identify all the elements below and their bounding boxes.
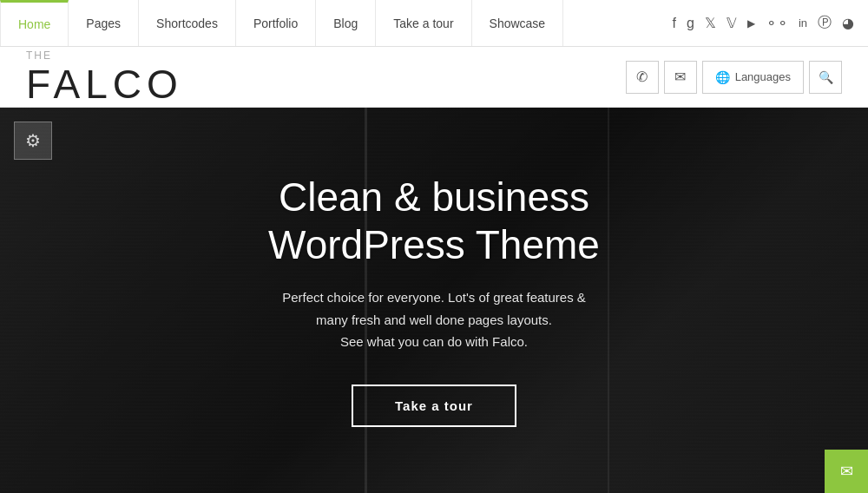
nav-item-shortcodes[interactable]: Shortcodes	[139, 0, 236, 46]
search-button[interactable]: 🔍	[809, 61, 842, 94]
email-icon: ✉	[674, 69, 686, 85]
nav-item-pages[interactable]: Pages	[69, 0, 139, 46]
vimeo-icon[interactable]: 𝕍	[727, 15, 737, 31]
logo-falco: FALCO	[26, 64, 183, 104]
hero-title-line1: Clean & business	[279, 174, 589, 220]
languages-button[interactable]: 🌐 Languages	[702, 61, 804, 94]
pinterest-icon[interactable]: Ⓟ	[818, 14, 832, 32]
search-icon: 🔍	[819, 70, 833, 84]
google-icon[interactable]: g	[687, 16, 694, 31]
logo-the: THE	[26, 50, 183, 61]
nav-item-take-a-tour[interactable]: Take a tour	[376, 0, 471, 46]
facebook-icon[interactable]: f	[673, 16, 676, 31]
nav-item-showcase[interactable]: Showcase	[472, 0, 564, 46]
take-a-tour-button[interactable]: Take a tour	[352, 385, 516, 427]
twitter-icon[interactable]: 𝕏	[705, 15, 716, 31]
nav-item-portfolio[interactable]: Portfolio	[236, 0, 316, 46]
phone-icon: ✆	[636, 69, 648, 85]
flickr-icon[interactable]: ⚬⚬	[766, 15, 788, 31]
nav-links: Home Pages Shortcodes Portfolio Blog Tak…	[0, 0, 563, 46]
hero-content: Clean & business WordPress Theme Perfect…	[251, 174, 617, 427]
phone-button[interactable]: ✆	[626, 61, 659, 94]
hero-subtitle: Perfect choice for everyone. Lot's of gr…	[268, 286, 600, 353]
languages-label: Languages	[735, 70, 791, 83]
youtube-icon[interactable]: ▶	[747, 17, 755, 30]
hero-settings-button[interactable]: ⚙	[14, 122, 52, 160]
header-actions: ✆ ✉ 🌐 Languages 🔍	[626, 61, 842, 94]
main-nav: Home Pages Shortcodes Portfolio Blog Tak…	[0, 0, 868, 47]
hero-email-icon: ✉	[840, 462, 853, 481]
hero-email-button[interactable]: ✉	[825, 450, 868, 493]
email-button[interactable]: ✉	[664, 61, 697, 94]
logo: THE FALCO	[26, 50, 183, 104]
gear-icon: ⚙	[25, 130, 41, 151]
hero-section: ⚙ Clean & business WordPress Theme Perfe…	[0, 108, 868, 493]
nav-item-home[interactable]: Home	[0, 0, 69, 46]
nav-item-blog[interactable]: Blog	[316, 0, 376, 46]
hero-title: Clean & business WordPress Theme	[268, 174, 600, 269]
linkedin-icon[interactable]: in	[799, 16, 807, 30]
site-header: THE FALCO ✆ ✉ 🌐 Languages 🔍	[0, 47, 868, 108]
wordpress-icon[interactable]: ◕	[842, 15, 854, 31]
social-links: f g 𝕏 𝕍 ▶ ⚬⚬ in Ⓟ ◕	[673, 14, 868, 32]
hero-title-line2: WordPress Theme	[268, 222, 600, 267]
globe-icon: 🌐	[715, 70, 730, 84]
